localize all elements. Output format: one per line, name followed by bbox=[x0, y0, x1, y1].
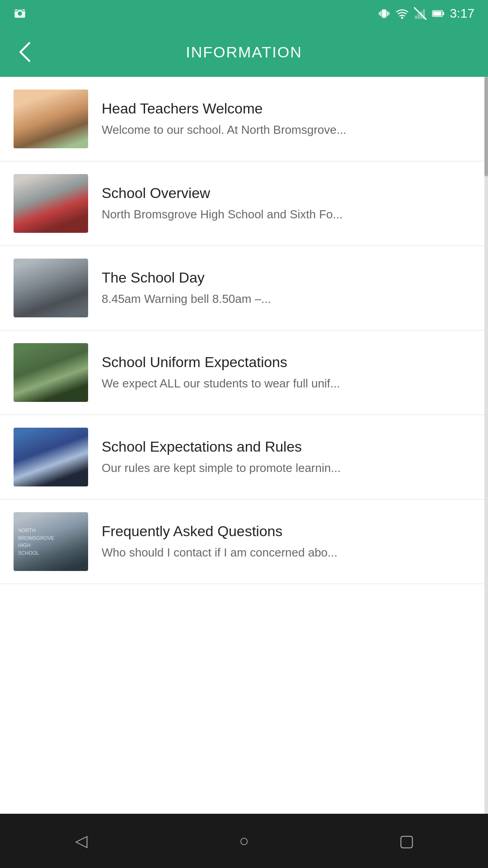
item-subtitle-school-uniform-expectations: We expect ALL our students to wear full … bbox=[102, 375, 474, 392]
item-text-school-overview: School Overview North Bromsgrove High Sc… bbox=[102, 184, 474, 223]
list-item-school-uniform-expectations[interactable]: School Uniform Expectations We expect AL… bbox=[0, 330, 488, 415]
item-title-the-school-day: The School Day bbox=[102, 269, 474, 286]
item-title-school-uniform-expectations: School Uniform Expectations bbox=[102, 354, 474, 371]
item-thumbnail-frequently-asked-questions: NORTHBROMSGROVEHIGHSCHOOL bbox=[14, 512, 88, 571]
item-subtitle-head-teachers-welcome: Welcome to our school. At North Bromsgro… bbox=[102, 122, 474, 138]
svg-rect-8 bbox=[415, 16, 417, 19]
wifi-icon bbox=[396, 7, 408, 20]
item-subtitle-school-overview: North Bromsgrove High School and Sixth F… bbox=[102, 206, 474, 222]
svg-rect-6 bbox=[388, 12, 389, 15]
back-button[interactable] bbox=[18, 41, 32, 63]
status-bar-right: 3:17 bbox=[378, 6, 475, 21]
faq-building-text: NORTHBROMSGROVEHIGHSCHOOL bbox=[18, 527, 54, 557]
item-title-head-teachers-welcome: Head Teachers Welcome bbox=[102, 100, 474, 117]
item-thumbnail-head-teachers-welcome bbox=[14, 90, 88, 148]
list-item-the-school-day[interactable]: The School Day 8.45am Warning bell 8.50a… bbox=[0, 246, 488, 330]
item-subtitle-the-school-day: 8.45am Warning bell 8.50am –... bbox=[102, 291, 474, 307]
item-title-school-overview: School Overview bbox=[102, 184, 474, 202]
thumbnail-image-frequently-asked-questions: NORTHBROMSGROVEHIGHSCHOOL bbox=[14, 512, 88, 571]
svg-rect-2 bbox=[382, 9, 386, 18]
svg-point-7 bbox=[401, 17, 403, 19]
nav-back-button[interactable]: ◁ bbox=[63, 823, 99, 859]
item-thumbnail-school-uniform-expectations bbox=[14, 343, 88, 402]
item-subtitle-frequently-asked-questions: Who should I contact if I am concerned a… bbox=[102, 544, 474, 561]
item-subtitle-school-expectations-and-rules: Our rules are kept simple to promote lea… bbox=[102, 460, 474, 476]
vibrate-icon bbox=[378, 7, 390, 20]
bottom-navigation: ◁ ○ ▢ bbox=[0, 814, 488, 868]
status-bar: 3:17 bbox=[0, 0, 488, 27]
svg-point-1 bbox=[18, 11, 22, 15]
item-text-frequently-asked-questions: Frequently Asked Questions Who should I … bbox=[102, 523, 474, 561]
item-title-frequently-asked-questions: Frequently Asked Questions bbox=[102, 523, 474, 540]
signal-icon bbox=[414, 7, 427, 20]
list-item-head-teachers-welcome[interactable]: Head Teachers Welcome Welcome to our sch… bbox=[0, 77, 488, 161]
list-item-school-expectations-and-rules[interactable]: School Expectations and Rules Our rules … bbox=[0, 415, 488, 500]
item-text-head-teachers-welcome: Head Teachers Welcome Welcome to our sch… bbox=[102, 100, 474, 138]
content-list: Head Teachers Welcome Welcome to our sch… bbox=[0, 77, 488, 814]
photo-icon bbox=[14, 7, 26, 20]
svg-rect-15 bbox=[433, 11, 441, 16]
svg-rect-14 bbox=[442, 12, 444, 15]
scroll-thumb[interactable] bbox=[484, 77, 488, 176]
nav-recent-button[interactable]: ▢ bbox=[389, 823, 425, 859]
item-thumbnail-school-expectations-and-rules bbox=[14, 428, 88, 486]
svg-rect-3 bbox=[380, 11, 381, 16]
item-thumbnail-the-school-day bbox=[14, 259, 88, 317]
item-text-the-school-day: The School Day 8.45am Warning bell 8.50a… bbox=[102, 269, 474, 307]
svg-rect-5 bbox=[379, 12, 380, 15]
item-text-school-uniform-expectations: School Uniform Expectations We expect AL… bbox=[102, 354, 474, 392]
list-item-school-overview[interactable]: School Overview North Bromsgrove High Sc… bbox=[0, 161, 488, 246]
battery-icon bbox=[432, 7, 445, 20]
header: INFORMATION bbox=[0, 27, 488, 77]
thumbnail-image-head-teachers-welcome bbox=[14, 90, 88, 148]
nav-home-icon: ○ bbox=[239, 831, 249, 850]
thumbnail-image-school-overview bbox=[14, 174, 88, 233]
nav-home-button[interactable]: ○ bbox=[226, 823, 262, 859]
nav-recent-icon: ▢ bbox=[399, 831, 414, 850]
list-item-frequently-asked-questions[interactable]: NORTHBROMSGROVEHIGHSCHOOL Frequently Ask… bbox=[0, 500, 488, 584]
thumbnail-image-the-school-day bbox=[14, 259, 88, 317]
item-text-school-expectations-and-rules: School Expectations and Rules Our rules … bbox=[102, 438, 474, 476]
nav-back-icon: ◁ bbox=[75, 831, 88, 850]
svg-rect-4 bbox=[386, 11, 387, 16]
thumbnail-image-school-uniform-expectations bbox=[14, 343, 88, 402]
item-title-school-expectations-and-rules: School Expectations and Rules bbox=[102, 438, 474, 455]
item-thumbnail-school-overview bbox=[14, 174, 88, 233]
svg-rect-9 bbox=[418, 14, 420, 19]
scrollbar[interactable] bbox=[484, 77, 488, 814]
thumbnail-image-school-expectations-and-rules bbox=[14, 428, 88, 486]
status-bar-left bbox=[14, 7, 26, 20]
page-title: INFORMATION bbox=[186, 43, 302, 61]
status-time: 3:17 bbox=[450, 6, 475, 21]
